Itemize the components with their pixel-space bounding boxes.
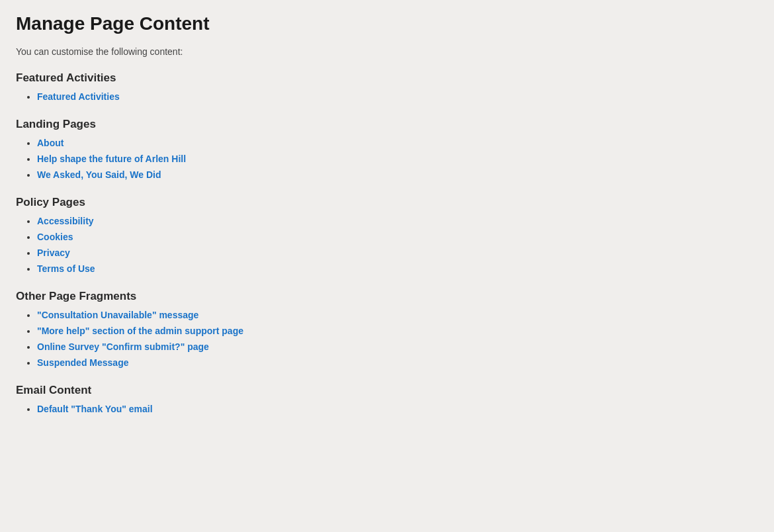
section-list-other-page-fragments: "Consultation Unavailable" message"More … (16, 310, 758, 368)
list-item: Featured Activities (37, 91, 758, 102)
section-list-policy-pages: AccessibilityCookiesPrivacyTerms of Use (16, 216, 758, 274)
section-title-other-page-fragments: Other Page Fragments (16, 290, 758, 303)
list-item: We Asked, You Said, We Did (37, 169, 758, 180)
section-link[interactable]: Online Survey "Confirm submit?" page (37, 341, 209, 352)
section-other-page-fragments: Other Page Fragments"Consultation Unavai… (16, 290, 758, 368)
section-link[interactable]: "Consultation Unavailable" message (37, 310, 198, 320)
list-item: About (37, 138, 758, 148)
sections-container: Featured ActivitiesFeatured ActivitiesLa… (16, 71, 758, 414)
section-email-content: Email ContentDefault "Thank You" email (16, 384, 758, 414)
list-item: Online Survey "Confirm submit?" page (37, 341, 758, 352)
section-title-policy-pages: Policy Pages (16, 196, 758, 209)
list-item: Cookies (37, 232, 758, 242)
section-title-featured-activities: Featured Activities (16, 71, 758, 85)
section-link[interactable]: "More help" section of the admin support… (37, 326, 243, 336)
list-item: Suspended Message (37, 357, 758, 368)
section-link[interactable]: Cookies (37, 232, 73, 242)
section-link[interactable]: Terms of Use (37, 263, 95, 274)
section-list-landing-pages: AboutHelp shape the future of Arlen Hill… (16, 138, 758, 180)
section-link[interactable]: Suspended Message (37, 357, 129, 368)
page-title: Manage Page Content (16, 13, 758, 34)
list-item: Default "Thank You" email (37, 404, 758, 414)
section-policy-pages: Policy PagesAccessibilityCookiesPrivacyT… (16, 196, 758, 274)
section-link[interactable]: We Asked, You Said, We Did (37, 169, 161, 180)
section-link[interactable]: Help shape the future of Arlen Hill (37, 154, 186, 164)
page-intro: You can customise the following content: (16, 46, 758, 57)
list-item: "More help" section of the admin support… (37, 326, 758, 336)
section-link[interactable]: Privacy (37, 247, 70, 258)
section-list-featured-activities: Featured Activities (16, 91, 758, 102)
list-item: Help shape the future of Arlen Hill (37, 154, 758, 164)
section-landing-pages: Landing PagesAboutHelp shape the future … (16, 118, 758, 180)
list-item: Accessibility (37, 216, 758, 226)
list-item: "Consultation Unavailable" message (37, 310, 758, 320)
section-link[interactable]: About (37, 138, 64, 148)
list-item: Terms of Use (37, 263, 758, 274)
list-item: Privacy (37, 247, 758, 258)
section-link[interactable]: Default "Thank You" email (37, 404, 153, 414)
section-title-email-content: Email Content (16, 384, 758, 397)
section-title-landing-pages: Landing Pages (16, 118, 758, 131)
section-list-email-content: Default "Thank You" email (16, 404, 758, 414)
section-featured-activities: Featured ActivitiesFeatured Activities (16, 71, 758, 102)
section-link[interactable]: Featured Activities (37, 91, 120, 102)
section-link[interactable]: Accessibility (37, 216, 94, 226)
